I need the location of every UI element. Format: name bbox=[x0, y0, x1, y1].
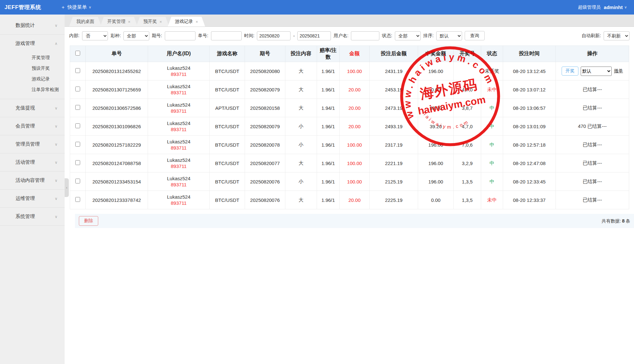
draw-number-cell: 3,8,7 bbox=[454, 99, 481, 117]
game-records-table: 单号 用户名(ID) 游戏名称 期号 投注内容 赔率/注数 金额 投注后金额 中… bbox=[70, 46, 629, 209]
draw-number-cell: 1,3,5 bbox=[454, 191, 481, 209]
row-checkbox[interactable] bbox=[75, 179, 80, 183]
sidebar-item-deposit-withdraw[interactable]: 充值提现∨ bbox=[0, 99, 65, 117]
tab-bar: 我的桌面 开奖管理× 预开奖× 游戏记录× bbox=[65, 15, 634, 27]
table-row: 202508201301096826 Lukasz524 893711 BTC/… bbox=[70, 117, 629, 136]
col-actions: 操作 bbox=[556, 46, 629, 62]
odds-cell: 1.96/1 bbox=[317, 154, 340, 172]
time-to-input[interactable] bbox=[297, 31, 331, 40]
row-checkbox[interactable] bbox=[75, 142, 80, 147]
sidebar: 数据统计∨ 游戏管理∧ 开奖管理 预设开奖 游戏记录 注单异常检测 充值提现∨ … bbox=[0, 15, 65, 364]
auto-refresh-label: 自动刷新: bbox=[582, 33, 601, 39]
table-header-row: 单号 用户名(ID) 游戏名称 期号 投注内容 赔率/注数 金额 投注后金额 中… bbox=[70, 46, 629, 62]
draw-number-cell: 1,3,5 bbox=[454, 172, 481, 191]
amount-cell: 20.00 bbox=[340, 80, 370, 99]
odds-cell: 1.96/1 bbox=[317, 80, 340, 99]
row-checkbox[interactable] bbox=[75, 68, 80, 73]
period-cell: 20250820076 bbox=[245, 172, 285, 191]
row-checkbox[interactable] bbox=[75, 123, 80, 128]
bet-time-cell: 08-20 12:33:45 bbox=[503, 172, 556, 191]
time-from-input[interactable] bbox=[257, 31, 291, 40]
user-id-text: 893711 bbox=[149, 163, 209, 169]
sidebar-item-admin-mgmt[interactable]: 管理员管理∨ bbox=[0, 135, 65, 153]
bet-content-cell: 大 bbox=[285, 99, 317, 117]
col-odds: 赔率/注数 bbox=[317, 46, 340, 62]
username-cell: Lukasz524 893711 bbox=[148, 99, 210, 117]
close-icon[interactable]: × bbox=[195, 20, 198, 24]
bet-time-cell: 08-20 13:06:57 bbox=[503, 99, 556, 117]
balance-after-cell: 2317.19 bbox=[370, 136, 418, 154]
action-text: 470 已结算--- bbox=[578, 123, 607, 129]
odds-cell: 1.96/1 bbox=[317, 191, 340, 209]
quick-menu-button[interactable]: ＋快捷菜单∨ bbox=[61, 4, 91, 10]
sidebar-item-game-mgmt[interactable]: 游戏管理∧ bbox=[0, 35, 65, 52]
bet-content-cell: 大 bbox=[285, 62, 317, 80]
game-name-cell: BTC/USDT bbox=[210, 117, 245, 136]
time-label: 时间: bbox=[244, 33, 255, 39]
username-text: Lukasz524 bbox=[149, 84, 209, 89]
tab-preset-draw[interactable]: 预开奖× bbox=[136, 17, 169, 26]
period-input[interactable] bbox=[165, 31, 195, 40]
win-amount-cell: 0.00 bbox=[418, 80, 454, 99]
sidebar-item-activity-mgmt[interactable]: 活动管理∨ bbox=[0, 153, 65, 171]
auto-refresh-select[interactable]: 不刷新 bbox=[604, 31, 629, 40]
sidebar-item-ops-mgmt[interactable]: 运维管理∨ bbox=[0, 190, 65, 207]
table-footer: 删除 共有数据:8条 bbox=[75, 214, 634, 228]
row-checkbox[interactable] bbox=[75, 160, 80, 165]
odds-cell: 1.96/1 bbox=[317, 62, 340, 80]
close-icon[interactable]: × bbox=[128, 20, 131, 24]
user-id-text: 893711 bbox=[149, 127, 209, 132]
chevron-down-icon: ∨ bbox=[55, 106, 58, 110]
username-input[interactable] bbox=[351, 31, 379, 40]
sidebar-item-game-records[interactable]: 游戏记录 bbox=[0, 74, 65, 84]
internal-select[interactable]: 否 bbox=[82, 31, 108, 40]
period-cell: 20250820078 bbox=[245, 136, 285, 154]
odds-cell: 1.96/1 bbox=[317, 136, 340, 154]
sidebar-item-data-stats[interactable]: 数据统计∨ bbox=[0, 16, 65, 34]
game-name-cell: BTC/USDT bbox=[210, 172, 245, 191]
sidebar-item-abnormal-order-check[interactable]: 注单异常检测 bbox=[0, 84, 65, 95]
username-text: Lukasz524 bbox=[149, 157, 209, 163]
status-cell: 中 bbox=[481, 99, 503, 117]
draw-number-cell: 7,0,6 bbox=[454, 136, 481, 154]
bet-content-cell: 小 bbox=[285, 136, 317, 154]
username-cell: Lukasz524 893711 bbox=[148, 154, 210, 172]
sidebar-item-member-mgmt[interactable]: 会员管理∨ bbox=[0, 117, 65, 135]
chevron-down-icon: ∨ bbox=[55, 142, 58, 147]
table-row: 202508201306572586 Lukasz524 893711 APT/… bbox=[70, 99, 629, 117]
lottery-select[interactable]: 全部 bbox=[123, 31, 149, 40]
tab-draw-mgmt[interactable]: 开奖管理× bbox=[100, 17, 138, 26]
sidebar-item-system-mgmt[interactable]: 系统管理∨ bbox=[0, 208, 65, 225]
win-amount-cell: 39.20 bbox=[418, 117, 454, 136]
action-text: 已结算--- bbox=[583, 142, 602, 147]
sidebar-item-draw-mgmt[interactable]: 开奖管理 bbox=[0, 52, 65, 63]
action-cell: 已结算--- bbox=[556, 136, 629, 154]
select-all-checkbox[interactable] bbox=[75, 51, 80, 56]
user-id-text: 893711 bbox=[149, 200, 209, 206]
draw-number-cell: 4,7,0 bbox=[454, 117, 481, 136]
order-input[interactable] bbox=[211, 31, 242, 40]
row-checkbox[interactable] bbox=[75, 87, 80, 91]
query-button[interactable]: 查询 bbox=[465, 31, 485, 40]
game-name-cell: BTC/USDT bbox=[210, 191, 245, 209]
col-bet-content: 投注内容 bbox=[285, 46, 317, 62]
user-menu[interactable]: adminht∨ bbox=[604, 5, 627, 10]
row-checkbox[interactable] bbox=[75, 197, 80, 202]
status-label: 状态: bbox=[382, 33, 392, 39]
tab-game-records[interactable]: 游戏记录× bbox=[168, 17, 205, 26]
delete-button[interactable]: 删除 bbox=[79, 216, 98, 226]
period-cell: 20250820080 bbox=[245, 62, 285, 80]
odds-cell: 1.96/1 bbox=[317, 117, 340, 136]
action-cell: 已结算--- bbox=[556, 154, 629, 172]
sidebar-collapse-handle[interactable]: ‹ bbox=[65, 178, 69, 197]
sidebar-item-preset-draw[interactable]: 预设开奖 bbox=[0, 63, 65, 74]
tab-my-desktop[interactable]: 我的桌面 bbox=[69, 17, 101, 26]
row-checkbox[interactable] bbox=[75, 105, 80, 110]
sidebar-item-activity-content-mgmt[interactable]: 活动内容管理∨ bbox=[0, 172, 65, 189]
draw-button[interactable]: 开奖 bbox=[562, 67, 578, 76]
draw-mode-select[interactable]: 默认 bbox=[581, 67, 612, 76]
close-icon[interactable]: × bbox=[160, 20, 162, 24]
status-select[interactable]: 全部 bbox=[395, 31, 421, 40]
cancel-order-link[interactable]: 撤单 bbox=[614, 68, 623, 74]
sort-select[interactable]: 默认 bbox=[436, 31, 462, 40]
